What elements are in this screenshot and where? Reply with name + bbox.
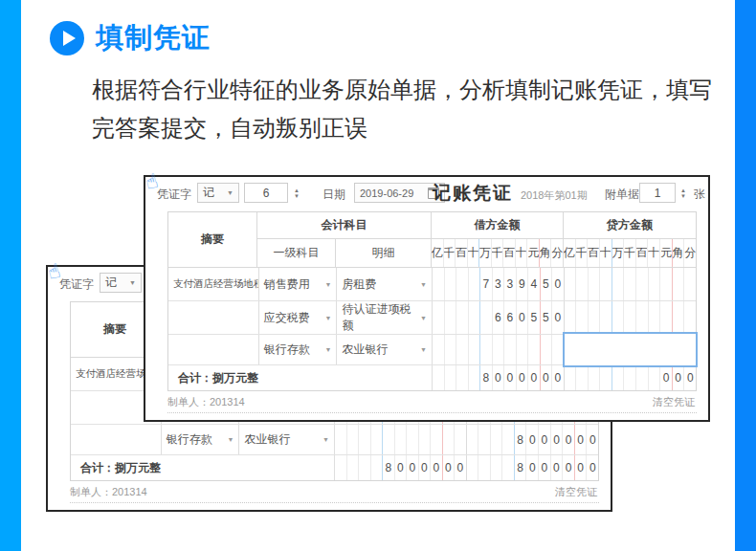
digit-cell[interactable] bbox=[383, 425, 395, 454]
digit-cell[interactable] bbox=[649, 301, 661, 334]
digit-cell[interactable]: 0 bbox=[587, 425, 598, 454]
digit-cell[interactable]: 5 bbox=[528, 301, 541, 334]
digit-cell[interactable] bbox=[660, 268, 673, 300]
digit-cell[interactable] bbox=[456, 301, 469, 334]
digit-cell[interactable] bbox=[433, 268, 445, 300]
voucher-word-select[interactable]: 记 ▼ bbox=[100, 273, 142, 293]
digit-cell[interactable] bbox=[433, 335, 445, 364]
digit-cell[interactable]: 5 bbox=[541, 301, 553, 334]
digit-cell[interactable] bbox=[649, 268, 661, 300]
digit-cell[interactable] bbox=[480, 301, 493, 334]
digit-cell[interactable] bbox=[433, 301, 445, 334]
digit-cell[interactable] bbox=[612, 301, 625, 334]
digit-cell[interactable] bbox=[335, 425, 347, 454]
summary-cell[interactable] bbox=[168, 301, 259, 334]
digit-cell[interactable] bbox=[469, 335, 481, 364]
digit-cell[interactable] bbox=[445, 268, 457, 300]
digit-cell[interactable] bbox=[684, 268, 696, 300]
digit-cell[interactable] bbox=[347, 425, 360, 454]
digit-cell[interactable] bbox=[636, 301, 649, 334]
digit-cell[interactable]: 0 bbox=[539, 425, 551, 454]
digit-cell[interactable] bbox=[469, 268, 481, 300]
account-select-cell[interactable]: 应交税费 ▼ bbox=[259, 301, 338, 334]
digit-cell[interactable]: 0 bbox=[551, 425, 564, 454]
digit-cell[interactable] bbox=[491, 425, 503, 454]
digit-cell[interactable] bbox=[469, 301, 481, 334]
digit-cell[interactable] bbox=[445, 335, 457, 364]
voucher-number-input[interactable]: 6 bbox=[244, 183, 288, 203]
digit-cell[interactable]: 0 bbox=[552, 301, 565, 334]
digit-cell[interactable] bbox=[600, 301, 612, 334]
digit-cell[interactable] bbox=[443, 425, 456, 454]
digit-cell[interactable]: 3 bbox=[493, 268, 505, 300]
clear-voucher-button[interactable]: 清空凭证 bbox=[555, 485, 597, 499]
digit-cell[interactable] bbox=[660, 301, 673, 334]
digit-cell[interactable] bbox=[431, 425, 443, 454]
digit-cell[interactable] bbox=[624, 268, 636, 300]
digit-cell[interactable] bbox=[480, 335, 493, 364]
digit-cell[interactable] bbox=[589, 268, 601, 300]
voucher-number-stepper[interactable]: ▲ ▼ bbox=[291, 184, 302, 203]
detail-select-cell[interactable]: 房租费 ▼ bbox=[337, 268, 433, 300]
clear-voucher-button[interactable]: 清空凭证 bbox=[653, 395, 695, 409]
date-input[interactable]: 2019-06-29 bbox=[354, 183, 445, 203]
detail-select-cell[interactable]: 农业银行 ▼ bbox=[337, 335, 433, 364]
digit-cell[interactable] bbox=[565, 301, 577, 334]
account-select-cell[interactable]: 银行存款 ▼ bbox=[259, 335, 338, 364]
digit-cell bbox=[600, 365, 612, 390]
detail-select-cell[interactable]: 农业银行 ▼ bbox=[239, 425, 335, 454]
digit-cell[interactable] bbox=[407, 425, 419, 454]
summary-cell[interactable]: 支付酒店经营场地租 bbox=[168, 268, 259, 300]
digit-cell[interactable] bbox=[541, 335, 553, 364]
digit-cell[interactable] bbox=[600, 268, 612, 300]
digit-cell[interactable]: 0 bbox=[552, 268, 565, 300]
summary-cell[interactable] bbox=[168, 335, 259, 364]
digit-cell[interactable] bbox=[517, 335, 529, 364]
digit-cell[interactable] bbox=[478, 425, 491, 454]
digit-cell[interactable] bbox=[455, 425, 467, 454]
digit-cell[interactable] bbox=[371, 425, 384, 454]
digit-cell[interactable]: 9 bbox=[517, 268, 529, 300]
summary-cell[interactable] bbox=[71, 425, 162, 454]
digit-cell[interactable] bbox=[504, 335, 517, 364]
digit-cell[interactable] bbox=[456, 335, 469, 364]
digit-cell[interactable] bbox=[576, 301, 589, 334]
account-select-cell[interactable]: 销售费用 ▼ bbox=[259, 268, 338, 300]
total-row: 合计：捌万元整 8000000 8000000 bbox=[71, 455, 598, 480]
digit-cell[interactable]: 3 bbox=[504, 268, 517, 300]
digit-cell[interactable]: 5 bbox=[541, 268, 553, 300]
attach-count-input[interactable]: 1 bbox=[639, 183, 676, 203]
digit-cell[interactable] bbox=[636, 268, 649, 300]
digit-cell[interactable] bbox=[612, 268, 625, 300]
digit-cell[interactable] bbox=[502, 425, 515, 454]
digit-cell[interactable]: 4 bbox=[528, 268, 541, 300]
digit-cell[interactable] bbox=[359, 425, 371, 454]
digit-cell[interactable]: 6 bbox=[504, 301, 517, 334]
digit-cell[interactable]: 0 bbox=[575, 425, 588, 454]
digit-cell[interactable] bbox=[673, 301, 685, 334]
digit-cell[interactable]: 0 bbox=[526, 425, 539, 454]
digit-cell[interactable] bbox=[467, 425, 479, 454]
digit-cell[interactable]: 0 bbox=[517, 301, 529, 334]
digit-cell[interactable] bbox=[445, 301, 457, 334]
digit-cell[interactable] bbox=[528, 335, 541, 364]
digit-cell[interactable] bbox=[395, 425, 408, 454]
digit-cell[interactable]: 7 bbox=[480, 268, 493, 300]
digit-cell[interactable]: 8 bbox=[515, 425, 527, 454]
digit-cell[interactable]: 0 bbox=[563, 425, 575, 454]
credit-amount-input-active[interactable] bbox=[563, 332, 698, 367]
digit-cell[interactable]: 6 bbox=[493, 301, 505, 334]
digit-cell[interactable] bbox=[493, 335, 505, 364]
attach-count-stepper[interactable]: ▲ ▼ bbox=[678, 184, 689, 203]
digit-cell[interactable] bbox=[684, 301, 696, 334]
account-select-cell[interactable]: 银行存款 ▼ bbox=[162, 425, 240, 454]
voucher-word-select[interactable]: 记 ▼ bbox=[197, 183, 239, 203]
digit-cell[interactable] bbox=[565, 268, 577, 300]
digit-cell[interactable] bbox=[576, 268, 589, 300]
digit-cell[interactable] bbox=[589, 301, 601, 334]
digit-cell[interactable] bbox=[624, 301, 636, 334]
digit-cell[interactable] bbox=[673, 268, 685, 300]
digit-cell[interactable] bbox=[419, 425, 432, 454]
digit-cell[interactable] bbox=[456, 268, 469, 300]
detail-select-cell[interactable]: 待认证进项税额 ▼ bbox=[337, 301, 433, 334]
